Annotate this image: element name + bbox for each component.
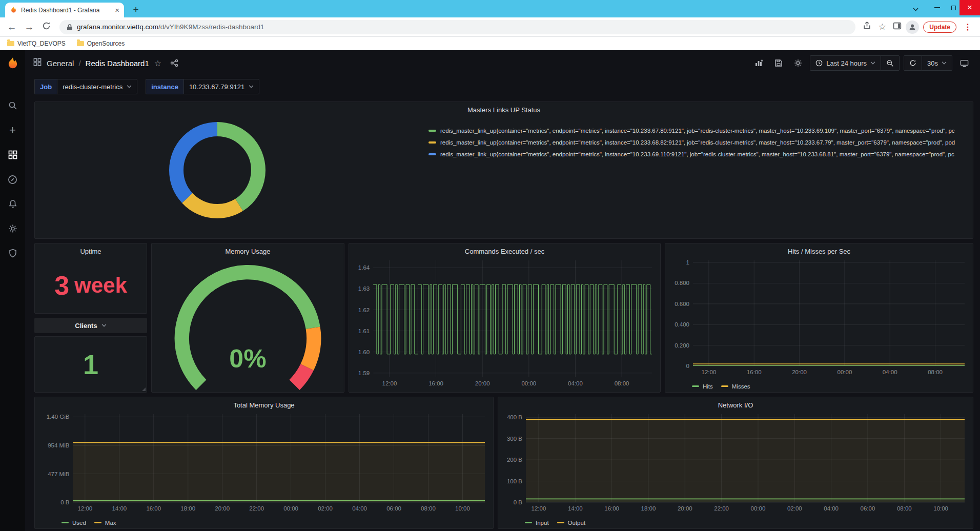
refresh-interval-picker[interactable]: 30s bbox=[922, 55, 952, 71]
svg-text:954 MiB: 954 MiB bbox=[48, 442, 70, 448]
total-memory-legend: Used Max bbox=[35, 517, 493, 528]
grafana-logo[interactable] bbox=[6, 56, 20, 73]
legend-item[interactable]: redis_master_link_up{container="metrics"… bbox=[428, 136, 967, 148]
legend-item[interactable]: Max bbox=[94, 520, 116, 526]
total-memory-chart[interactable]: 0 B477 MiB954 MiB1.40 GiB12:0014:0016:00… bbox=[38, 411, 490, 516]
chevron-down-icon bbox=[101, 324, 107, 327]
alerting-bell-icon[interactable] bbox=[0, 192, 25, 216]
svg-text:06:00: 06:00 bbox=[386, 505, 401, 512]
save-dashboard-icon[interactable] bbox=[771, 55, 786, 71]
side-panel-icon[interactable] bbox=[893, 22, 902, 32]
svg-text:08:00: 08:00 bbox=[615, 380, 629, 386]
back-button[interactable]: ← bbox=[5, 22, 18, 33]
clients-row-header[interactable]: Clients bbox=[34, 318, 147, 333]
commands-chart[interactable]: 1.591.601.611.621.631.6412:0016:0020:000… bbox=[352, 257, 657, 391]
panel-title[interactable]: Hits / Misses per Sec bbox=[665, 243, 973, 257]
address-bar[interactable]: grafana.monitor.viettq.com/d/vYIh9K9Mzss… bbox=[59, 20, 855, 34]
server-admin-shield-icon[interactable] bbox=[0, 241, 25, 266]
time-range-picker[interactable]: Last 24 hours bbox=[810, 55, 881, 71]
svg-text:400 B: 400 B bbox=[507, 414, 522, 420]
window-close-button[interactable]: × bbox=[959, 0, 980, 15]
bookmark-folder[interactable]: OpenSources bbox=[77, 40, 125, 47]
chevron-down-icon bbox=[249, 85, 254, 88]
svg-text:12:00: 12:00 bbox=[702, 369, 717, 375]
tv-mode-icon[interactable] bbox=[956, 55, 972, 71]
browser-menu-icon[interactable]: ⋮ bbox=[961, 22, 975, 32]
job-variable-value[interactable]: redis-cluster-metrics bbox=[57, 79, 137, 94]
svg-text:00:00: 00:00 bbox=[751, 505, 766, 512]
panel-clients: 1 bbox=[34, 336, 147, 393]
grafana-sidebar: + bbox=[0, 50, 25, 531]
legend-item[interactable]: Used bbox=[62, 520, 86, 526]
panel-title[interactable]: Network I/O bbox=[498, 397, 973, 411]
instance-variable[interactable]: instance 10.233.67.79:9121 bbox=[146, 79, 259, 94]
new-tab-button[interactable]: + bbox=[129, 3, 142, 16]
svg-text:22:00: 22:00 bbox=[714, 505, 729, 512]
svg-text:04:00: 04:00 bbox=[883, 369, 897, 375]
chrome-update-button[interactable]: Update bbox=[923, 22, 956, 33]
legend-item[interactable]: redis_master_link_up{container="metrics"… bbox=[428, 148, 967, 160]
legend-item[interactable]: Misses bbox=[721, 383, 750, 390]
svg-text:06:00: 06:00 bbox=[861, 505, 875, 512]
bookmark-folder[interactable]: VietTQ_DEVOPS bbox=[7, 40, 66, 47]
panel-title[interactable]: Total Memory Usage bbox=[35, 397, 493, 411]
favorite-star-icon[interactable]: ☆ bbox=[154, 58, 161, 68]
job-variable[interactable]: Job redis-cluster-metrics bbox=[34, 79, 137, 94]
svg-text:20:00: 20:00 bbox=[215, 505, 230, 512]
bookmark-star-icon[interactable]: ☆ bbox=[875, 22, 889, 32]
share-dashboard-icon[interactable] bbox=[167, 55, 182, 71]
variables-row: Job redis-cluster-metrics instance 10.23… bbox=[25, 76, 980, 97]
breadcrumb[interactable]: General / Redis Dashboard1 bbox=[47, 59, 149, 68]
svg-text:00:00: 00:00 bbox=[521, 380, 536, 386]
masters-legend: redis_master_link_up{container="metrics"… bbox=[428, 125, 967, 160]
network-io-chart[interactable]: 0 B100 B200 B300 B400 B12:0014:0016:0018… bbox=[501, 411, 970, 516]
lock-icon bbox=[67, 24, 73, 31]
svg-text:00:00: 00:00 bbox=[283, 505, 298, 512]
svg-text:00:00: 00:00 bbox=[838, 369, 852, 375]
panel-memory-usage: Memory Usage 0% bbox=[151, 243, 344, 393]
reload-button[interactable] bbox=[40, 22, 52, 32]
window-minimize-button[interactable] bbox=[929, 0, 945, 15]
dashboards-icon[interactable] bbox=[0, 142, 25, 167]
panel-commands-executed: Commands Executed / sec 1.591.601.611.62… bbox=[349, 243, 661, 393]
legend-item[interactable]: Hits bbox=[692, 383, 713, 390]
configuration-gear-icon[interactable] bbox=[0, 216, 25, 241]
svg-text:18:00: 18:00 bbox=[641, 505, 656, 512]
search-icon[interactable] bbox=[0, 93, 25, 118]
panel-title[interactable]: Masters Links UP Status bbox=[35, 102, 973, 116]
legend-item[interactable]: Input bbox=[525, 520, 549, 526]
share-icon[interactable] bbox=[863, 22, 871, 32]
legend-item[interactable]: Output bbox=[557, 520, 586, 526]
svg-text:16:00: 16:00 bbox=[747, 369, 762, 375]
create-plus-icon[interactable]: + bbox=[0, 118, 25, 142]
profile-avatar[interactable] bbox=[906, 21, 919, 34]
svg-text:1.63: 1.63 bbox=[358, 285, 370, 292]
svg-text:10:00: 10:00 bbox=[455, 505, 470, 512]
hits-legend: Hits Misses bbox=[665, 380, 973, 392]
svg-text:16:00: 16:00 bbox=[428, 380, 443, 386]
masters-donut-chart[interactable] bbox=[166, 116, 269, 224]
grafana-favicon bbox=[10, 6, 17, 14]
explore-compass-icon[interactable] bbox=[0, 167, 25, 192]
svg-text:0.800: 0.800 bbox=[675, 280, 689, 286]
panel-title[interactable]: Uptime bbox=[35, 243, 147, 258]
svg-text:100 B: 100 B bbox=[507, 478, 522, 484]
tab-search-chevron-icon[interactable] bbox=[910, 4, 921, 14]
zoom-out-button[interactable] bbox=[881, 55, 900, 71]
panel-title[interactable]: Commands Executed / sec bbox=[349, 243, 660, 257]
refresh-button[interactable] bbox=[904, 55, 922, 71]
panel-title[interactable]: Memory Usage bbox=[152, 243, 344, 258]
svg-text:16:00: 16:00 bbox=[146, 505, 161, 512]
network-legend: Input Output bbox=[498, 517, 973, 528]
legend-item[interactable]: redis_master_link_up{container="metrics"… bbox=[428, 125, 967, 136]
folder-icon bbox=[77, 41, 84, 46]
tab-close-icon[interactable]: × bbox=[115, 6, 119, 14]
add-panel-icon[interactable] bbox=[751, 55, 767, 71]
forward-button[interactable]: → bbox=[23, 22, 36, 33]
browser-tab[interactable]: Redis Dashboard1 - Grafana × bbox=[5, 3, 124, 17]
instance-variable-value[interactable]: 10.233.67.79:9121 bbox=[183, 79, 259, 94]
panel-resize-handle[interactable] bbox=[142, 387, 146, 391]
grafana-app: + General / Redis Dashboard1 ☆ bbox=[0, 50, 980, 531]
hits-misses-chart[interactable]: 00.2000.4000.6000.800112:0016:0020:0000:… bbox=[668, 257, 970, 379]
dashboard-settings-gear-icon[interactable] bbox=[790, 55, 806, 71]
